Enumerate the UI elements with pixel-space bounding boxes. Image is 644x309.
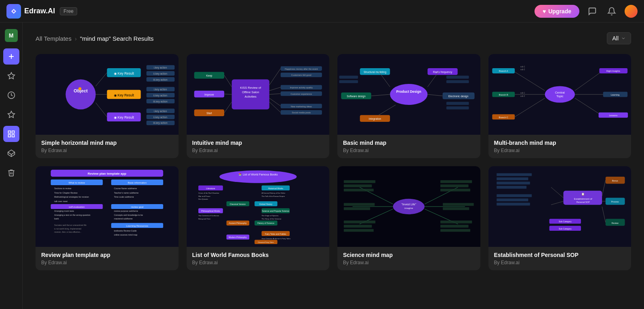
svg-text:History of Science: History of Science (257, 222, 274, 224)
svg-rect-212 (497, 194, 532, 197)
svg-rect-41 (232, 79, 269, 109)
breadcrumb-separator: › (75, 35, 77, 42)
svg-rect-196 (344, 229, 374, 232)
template-info: Simple horizontal mind map By Edraw.ai (36, 135, 179, 158)
filter-dropdown[interactable]: All (607, 32, 631, 44)
svg-text:online sources    mind map: online sources mind map (114, 234, 137, 236)
topbar-right: ♥ Upgrade (535, 5, 638, 18)
svg-text:Arranging a test on the wrong : Arranging a test on the wrong question (54, 214, 90, 216)
avatar[interactable] (625, 5, 638, 18)
new-button[interactable] (3, 48, 19, 65)
svg-text:sub 2: sub 2 (520, 95, 525, 97)
svg-rect-90 (446, 75, 469, 78)
svg-text:◉ Key Result: ◉ Key Result (114, 115, 134, 119)
svg-rect-89 (339, 80, 358, 83)
svg-line-67 (269, 87, 280, 90)
svg-rect-202 (440, 189, 470, 192)
all-templates-link[interactable]: All Templates (36, 35, 72, 42)
template-thumbnail: KISS Review of Offline Salon Activities … (187, 54, 330, 135)
svg-text:sub 1: sub 1 (520, 66, 525, 68)
template-author: By Edraw.ai (494, 260, 626, 265)
svg-marker-2 (8, 73, 15, 79)
recent-icon[interactable] (3, 87, 19, 103)
svg-rect-214 (497, 203, 530, 205)
svg-text:Socrates said that an unexamin: Socrates said that an unexamined life (54, 224, 86, 226)
template-author: By Edraw.ai (41, 260, 173, 265)
svg-text:i.key action: i.key action (154, 88, 167, 91)
workspace-badge[interactable]: M (5, 29, 18, 42)
svg-text:"Invest Life": "Invest Life" (401, 203, 416, 206)
template-author: By Edraw.ai (494, 148, 626, 153)
svg-text:Social media posts: Social media posts (292, 111, 311, 114)
template-card[interactable]: Product Design Structural modeling Radio… (337, 54, 480, 158)
template-info: Basic mind map By Edraw.ai (337, 135, 480, 158)
svg-line-233 (602, 207, 606, 222)
svg-text:iii.key action: iii.key action (153, 121, 168, 125)
svg-line-84 (427, 94, 442, 96)
svg-text:Right Insights: Right Insights (606, 70, 620, 72)
svg-text:New marketing ideas: New marketing ideas (290, 105, 311, 108)
chat-icon[interactable] (586, 5, 599, 18)
svg-text:revision, then, is less effect: revision, then, is less effective... (54, 231, 81, 233)
template-card[interactable]: 📚 List of World Famous Books Literature … (187, 166, 330, 270)
svg-text:Happiness money after the even: Happiness money after the event (284, 68, 318, 70)
svg-text:bank: bank (54, 217, 59, 220)
svg-text:Customers felt good: Customers felt good (291, 74, 311, 76)
ai-icon[interactable] (3, 68, 19, 84)
svg-text:Electronic design: Electronic design (448, 95, 469, 98)
svg-rect-200 (440, 180, 472, 183)
heart-icon: ♥ (543, 8, 546, 15)
svg-text:Teacher's name    subtheme: Teacher's name subtheme (114, 192, 139, 194)
template-thumbnail: Product Design Structural modeling Radio… (337, 54, 480, 135)
template-card[interactable]: Review plan template app What to review … (36, 166, 179, 270)
template-title: List of World Famous Books (192, 252, 324, 258)
svg-text:The Fall of the Roman Empire: The Fall of the Roman Empire (261, 195, 285, 197)
svg-marker-4 (8, 111, 15, 118)
logo-icon (6, 4, 21, 19)
svg-text:self-evaluation: self-evaluation (69, 205, 84, 208)
svg-rect-191 (344, 189, 374, 192)
svg-rect-6 (12, 131, 14, 134)
breadcrumb: All Templates › "mind map" Search Result… (36, 32, 631, 44)
svg-text:Sections to review: Sections to review (54, 187, 71, 190)
svg-text:Keep: Keep (206, 74, 213, 77)
template-card[interactable]: Object ◉ Key Result i.key action ii.key … (36, 54, 179, 158)
svg-rect-208 (497, 173, 532, 176)
template-card[interactable]: Central Topic Branch A Branch B Branch C (488, 54, 631, 158)
svg-text:Radio frequency: Radio frequency (433, 71, 452, 74)
svg-text:Bonus: Bonus (612, 180, 618, 182)
svg-text:mastered          subtheme: mastered subtheme (114, 217, 133, 220)
svg-text:War and Peace: War and Peace (198, 195, 210, 197)
template-card[interactable]: 📋 Establishment of Personal SOP Bonus Pr… (488, 166, 631, 270)
favorites-icon[interactable] (3, 106, 19, 123)
svg-rect-211 (497, 186, 526, 189)
upgrade-button[interactable]: ♥ Upgrade (535, 5, 579, 18)
svg-rect-201 (440, 184, 469, 187)
svg-line-97 (515, 72, 545, 91)
template-card[interactable]: "Invest Life" imagine (337, 166, 480, 270)
svg-text:Basic information: Basic information (128, 181, 147, 184)
template-thumbnail: 📋 Establishment of Personal SOP Bonus Pr… (488, 166, 631, 247)
svg-text:ii.key action: ii.key action (154, 116, 167, 119)
template-author: By Edraw.ai (343, 148, 475, 153)
svg-text:The Contents of Confucius: The Contents of Confucius (198, 215, 219, 217)
trash-icon[interactable] (3, 165, 19, 181)
logo-text: Edraw.AI (24, 7, 55, 15)
svg-text:Historical Works: Historical Works (268, 187, 283, 190)
svg-rect-189 (344, 180, 375, 183)
svg-text:sub 2: sub 2 (520, 69, 525, 71)
svg-text:Methodological strategies for : Methodological strategies for revision (54, 196, 89, 198)
svg-text:◉ Key Result: ◉ Key Result (114, 93, 134, 97)
template-card[interactable]: KISS Review of Offline Salon Activities … (187, 54, 330, 158)
svg-text:iii.key action: iii.key action (153, 100, 168, 103)
free-badge: Free (60, 7, 77, 15)
template-thumbnail: Review plan template app What to review … (36, 166, 179, 247)
bell-icon[interactable] (605, 5, 618, 18)
svg-text:i.key action: i.key action (154, 66, 167, 69)
svg-text:review purpose    subtheme: review purpose subtheme (114, 210, 138, 212)
svg-rect-8 (12, 135, 14, 137)
layers-icon[interactable] (3, 145, 19, 161)
svg-line-87 (379, 105, 396, 115)
templates-icon[interactable] (3, 126, 19, 142)
template-info: Establishment of Personal SOP By Edraw.a… (488, 247, 631, 270)
